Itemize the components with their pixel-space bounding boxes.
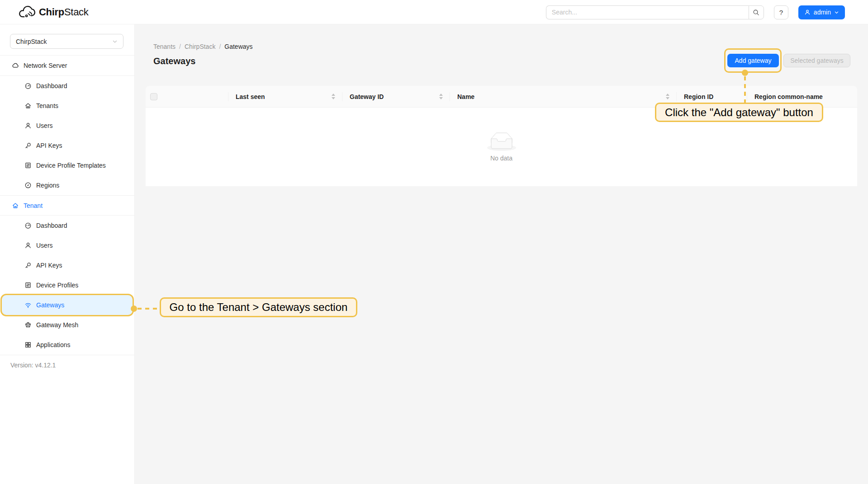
control-icon: [24, 162, 32, 169]
compass-icon: [24, 182, 32, 189]
sidebar-item-gateway-mesh[interactable]: Gateway Mesh: [0, 315, 134, 335]
breadcrumb: Tenants / ChirpStack / Gateways: [153, 43, 253, 50]
sidebar-item-label: Gateways: [36, 301, 64, 309]
tenant-select[interactable]: ChirpStack: [10, 34, 123, 49]
connector-dot: [742, 70, 748, 76]
column-label: Region ID: [684, 93, 713, 100]
chirpstack-cloud-icon: [18, 5, 35, 19]
select-all-checkbox[interactable]: [150, 93, 157, 100]
callout-gateways-nav: Go to the Tenant > Gateways section: [160, 297, 357, 317]
sort-icon: [666, 94, 669, 99]
sidebar-item-label: Dashboard: [36, 82, 67, 89]
tenant-select-value: ChirpStack: [16, 38, 47, 45]
sidebar-item-device-profile-templates[interactable]: Device Profile Templates: [0, 155, 134, 175]
sidebar-item-label: Users: [36, 242, 53, 249]
brand-name: ChirpStack: [39, 6, 88, 18]
sidebar-item-label: Device Profiles: [36, 282, 78, 289]
sidebar-item-label: Gateway Mesh: [36, 321, 78, 329]
breadcrumb-separator: /: [179, 43, 181, 50]
connector-dashed-line-vertical: [744, 76, 746, 103]
callout-add-gateway: Click the "Add gateway" button: [655, 103, 823, 122]
empty-text: No data: [490, 155, 512, 162]
sidebar-group-network-server[interactable]: Network Server: [0, 56, 134, 76]
sidebar-item-tenant-users[interactable]: Users: [0, 235, 134, 255]
column-label: Gateway ID: [350, 93, 384, 100]
sidebar-item-label: API Keys: [36, 142, 62, 149]
sidebar-item-ns-users[interactable]: Users: [0, 116, 134, 136]
search-button[interactable]: [749, 5, 764, 19]
control-icon: [24, 282, 32, 289]
sidebar-item-label: Users: [36, 122, 53, 129]
dashboard-icon: [24, 82, 32, 89]
dashboard-icon: [24, 222, 32, 229]
user-icon: [24, 122, 32, 129]
breadcrumb-gateways: Gateways: [224, 43, 252, 50]
sidebar-item-label: Dashboard: [36, 222, 67, 229]
sidebar-item-label: Device Profile Templates: [36, 162, 106, 169]
sidebar: ChirpStack Network Server Dashboard: [0, 24, 135, 484]
sidebar-group-label: Network Server: [24, 62, 67, 69]
table-header-checkbox-cell: [146, 86, 228, 107]
selected-gateways-button[interactable]: Selected gateways: [783, 54, 850, 67]
gateways-table: Last seen Gateway ID Name Region ID Regi…: [146, 86, 857, 186]
sidebar-item-ns-api-keys[interactable]: API Keys: [0, 136, 134, 155]
column-label: Last seen: [236, 93, 265, 100]
help-button[interactable]: ?: [774, 5, 788, 19]
sidebar-item-ns-dashboard[interactable]: Dashboard: [0, 76, 134, 96]
sidebar-item-tenant-api-keys[interactable]: API Keys: [0, 255, 134, 275]
version-label: Version: v4.12.1: [0, 355, 134, 369]
sidebar-group-label: Tenant: [24, 202, 43, 209]
top-header: ChirpStack ? admin: [0, 0, 868, 24]
home-icon: [24, 102, 32, 109]
sidebar-item-label: Regions: [36, 182, 59, 189]
sidebar-item-tenants[interactable]: Tenants: [0, 96, 134, 116]
select-chevron-icon: [112, 39, 118, 44]
sort-icon: [439, 94, 443, 99]
table-header-last-seen[interactable]: Last seen: [228, 86, 342, 107]
sidebar-group-tenant[interactable]: Tenant: [0, 195, 134, 216]
appstore-icon: [24, 341, 32, 348]
cloud-icon: [12, 62, 19, 69]
sidebar-item-device-profiles[interactable]: Device Profiles: [0, 275, 134, 295]
sort-icon: [332, 94, 335, 99]
home-icon: [12, 202, 19, 209]
sidebar-menu: Network Server Dashboard Tenants: [0, 55, 134, 355]
connector-dot: [131, 305, 137, 312]
page-title: Gateways: [153, 56, 195, 66]
sidebar-item-label: API Keys: [36, 262, 62, 269]
connector-dashed-line-horizontal: [138, 308, 160, 310]
chirpstack-logo: ChirpStack: [18, 5, 88, 19]
sidebar-item-gateways[interactable]: Gateways: [2, 295, 133, 315]
user-name: admin: [814, 9, 831, 16]
user-icon: [804, 9, 811, 15]
sidebar-item-applications[interactable]: Applications: [0, 335, 134, 355]
search-input[interactable]: [546, 5, 749, 19]
empty-inbox-icon: [487, 132, 516, 151]
breadcrumb-separator: /: [219, 43, 221, 50]
column-label: Name: [457, 93, 474, 100]
sidebar-item-tenant-dashboard[interactable]: Dashboard: [0, 216, 134, 235]
table-header-name[interactable]: Name: [450, 86, 677, 107]
sidebar-item-regions[interactable]: Regions: [0, 175, 134, 195]
mesh-icon: [24, 321, 32, 329]
breadcrumb-chirpstack[interactable]: ChirpStack: [185, 43, 215, 50]
key-icon: [24, 262, 32, 269]
wifi-icon: [24, 301, 32, 309]
search-icon: [753, 9, 759, 16]
key-icon: [24, 142, 32, 149]
user-menu-button[interactable]: admin: [798, 5, 845, 19]
sidebar-item-label: Applications: [36, 341, 71, 348]
table-header-gateway-id[interactable]: Gateway ID: [342, 86, 450, 107]
sidebar-item-label: Tenants: [36, 102, 58, 109]
add-gateway-button[interactable]: Add gateway: [727, 54, 779, 67]
user-icon: [24, 242, 32, 249]
column-label: Region common-name: [754, 93, 823, 100]
chevron-down-icon: [834, 10, 839, 15]
breadcrumb-tenants[interactable]: Tenants: [153, 43, 175, 50]
